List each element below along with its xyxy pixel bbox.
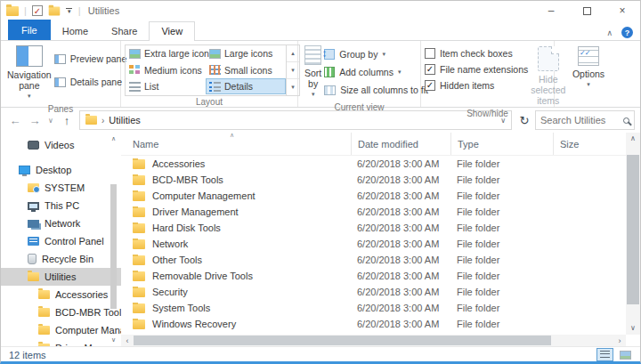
date-modified-cell: 6/20/2018 3:00 AM	[351, 319, 450, 329]
folder-icon	[133, 320, 145, 329]
checkbox-item-check-boxes[interactable]: Item check boxes	[425, 45, 528, 61]
medium-icons-icon	[129, 65, 141, 75]
options-icon	[578, 46, 599, 66]
table-row[interactable]: System Tools6/20/2018 3:00 AMFile folder	[121, 300, 626, 316]
gallery-scroll-down-icon[interactable]: ▾	[287, 62, 299, 79]
breadcrumb-location[interactable]: Utilities	[109, 115, 140, 125]
table-row[interactable]: Network6/20/2018 3:00 AMFile folder	[121, 236, 626, 252]
scroll-down-icon[interactable]: ∨	[110, 336, 118, 344]
gallery-more-icon[interactable]: ▾	[287, 79, 299, 95]
table-row[interactable]: Accessories6/20/2018 3:00 AMFile folder	[121, 156, 626, 172]
layout-large-icons[interactable]: Large icons	[206, 45, 286, 61]
sidebar-item-network[interactable]: Network	[1, 214, 121, 232]
folder-icon	[38, 344, 50, 346]
tab-file[interactable]: File	[8, 20, 51, 40]
sidebar-item-driver-management[interactable]: Driver Management	[1, 339, 121, 346]
properties-checkbox-icon[interactable]	[32, 5, 43, 16]
sidebar-item-label: Utilities	[45, 271, 76, 282]
horizontal-scrollbar[interactable]: ‹ ›	[121, 335, 626, 346]
sidebar-item-videos[interactable]: Videos	[1, 136, 121, 154]
options-button[interactable]: Options ▾	[564, 44, 613, 93]
table-row[interactable]: BCD-MBR Tools6/20/2018 3:00 AMFile folde…	[121, 172, 626, 188]
add-columns-label: Add columns	[339, 67, 394, 77]
table-row[interactable]: Other Tools6/20/2018 3:00 AMFile folder	[121, 252, 626, 268]
table-row[interactable]: Security6/20/2018 3:00 AMFile folder	[121, 284, 626, 300]
file-name-cell: Network	[121, 239, 351, 249]
sidebar-item-this-pc[interactable]: This PC	[1, 197, 121, 214]
sidebar-item-bcd-mbr-tools[interactable]: BCD-MBR Tools	[1, 303, 121, 321]
scroll-right-icon[interactable]: ›	[613, 336, 626, 345]
table-row[interactable]: Computer Management6/20/2018 3:00 AMFile…	[121, 188, 626, 204]
checkbox-file-name-extensions[interactable]: File name extensions	[425, 61, 528, 77]
folder-icon	[133, 191, 145, 201]
file-name: System Tools	[152, 303, 210, 313]
column-header-type[interactable]: Type	[450, 133, 553, 155]
sidebar-item-accessories[interactable]: Accessories	[1, 286, 121, 303]
preview-pane-button[interactable]: Preview pane	[54, 51, 127, 67]
layout-small-icons[interactable]: Small icons	[206, 62, 286, 78]
column-header-name[interactable]: Name	[121, 133, 351, 155]
details-pane-button[interactable]: Details pane	[54, 74, 127, 90]
sidebar-item-label: Control Panel	[45, 236, 104, 247]
sidebar-scrollbar[interactable]: ∧ ∨	[110, 134, 118, 344]
minimize-button[interactable]: –	[533, 1, 569, 20]
table-row[interactable]: Removable Drive Tools6/20/2018 3:00 AMFi…	[121, 268, 626, 284]
sidebar-item-recycle-bin[interactable]: Recycle Bin	[1, 250, 121, 268]
sidebar-item-control-panel[interactable]: Control Panel	[1, 232, 121, 250]
sidebar-item-system[interactable]: SYSTEM	[1, 179, 121, 197]
type-cell: File folder	[450, 206, 553, 217]
scrollbar-thumb[interactable]	[134, 336, 551, 345]
folder-icon	[133, 207, 145, 217]
vertical-scrollbar[interactable]: ∧ ∨	[626, 133, 640, 335]
scroll-left-icon[interactable]: ‹	[121, 336, 134, 345]
search-icon[interactable]	[623, 117, 629, 124]
table-row[interactable]: Driver Management6/20/2018 3:00 AMFile f…	[121, 204, 626, 220]
ribbon-tabs: File Home Share View ∧ ?	[1, 20, 640, 41]
recycle-bin-icon	[28, 254, 37, 264]
maximize-button[interactable]	[569, 1, 604, 20]
layout-details[interactable]: Details	[206, 78, 286, 94]
back-icon[interactable]: ←	[6, 114, 24, 127]
gallery-scroll-up-icon[interactable]: ▴	[287, 45, 299, 62]
control-panel-icon	[28, 237, 39, 246]
sort-by-button[interactable]: Sort by ▾	[302, 44, 324, 101]
recent-locations-icon[interactable]: ∨	[45, 117, 56, 125]
scroll-up-icon[interactable]: ∧	[110, 134, 118, 143]
sidebar-item-computer-management[interactable]: Computer Management	[1, 321, 121, 339]
column-header-date-modified[interactable]: Date modified	[351, 133, 450, 155]
scrollbar-thumb[interactable]	[110, 184, 117, 309]
ribbon: Navigation pane ▾ Preview pane Details p…	[1, 41, 640, 108]
close-button[interactable]: ×	[604, 1, 640, 20]
details-view-toggle[interactable]	[596, 348, 613, 361]
forward-icon[interactable]: →	[26, 114, 44, 127]
file-name: Removable Drive Tools	[152, 271, 253, 281]
help-icon[interactable]: ?	[621, 27, 633, 38]
scrollbar-thumb[interactable]	[627, 155, 639, 304]
add-columns-button[interactable]: Add columns ▾	[324, 64, 428, 80]
layout-extra-large-icons[interactable]: Extra large icons	[126, 45, 206, 61]
tab-share[interactable]: Share	[100, 22, 149, 40]
customize-qat-dropdown-icon[interactable]	[66, 8, 73, 13]
layout-list[interactable]: List	[126, 78, 206, 94]
layout-medium-icons[interactable]: Medium icons	[126, 62, 206, 78]
tab-home[interactable]: Home	[51, 22, 100, 40]
sidebar-item-utilities[interactable]: Utilities	[1, 268, 121, 286]
navigation-pane-button[interactable]: Navigation pane ▾	[4, 44, 54, 103]
thumbnails-view-toggle[interactable]	[617, 348, 634, 361]
tab-view[interactable]: View	[149, 21, 195, 41]
file-name: Driver Management	[152, 206, 239, 217]
size-all-columns-button[interactable]: Size all columns to fit	[324, 82, 428, 98]
group-by-button[interactable]: Group by ▾	[324, 46, 428, 62]
checkbox-hidden-items[interactable]: Hidden items	[425, 77, 528, 93]
scroll-down-icon[interactable]: ∨	[626, 322, 640, 335]
new-folder-icon[interactable]	[49, 6, 61, 15]
up-icon[interactable]: ↑	[58, 114, 76, 127]
table-row[interactable]: Hard Disk Tools6/20/2018 3:00 AMFile fol…	[121, 220, 626, 236]
collapse-ribbon-icon[interactable]: ∧	[606, 28, 613, 37]
table-row[interactable]: Windows Recovery6/20/2018 3:00 AMFile fo…	[121, 316, 626, 332]
dropdown-caret-icon: ▾	[28, 91, 31, 101]
date-modified-cell: 6/20/2018 3:00 AM	[351, 190, 450, 201]
scroll-up-icon[interactable]: ∧	[626, 133, 640, 145]
column-header-size[interactable]: Size	[553, 133, 626, 155]
sidebar-item-desktop[interactable]: Desktop	[1, 161, 121, 179]
